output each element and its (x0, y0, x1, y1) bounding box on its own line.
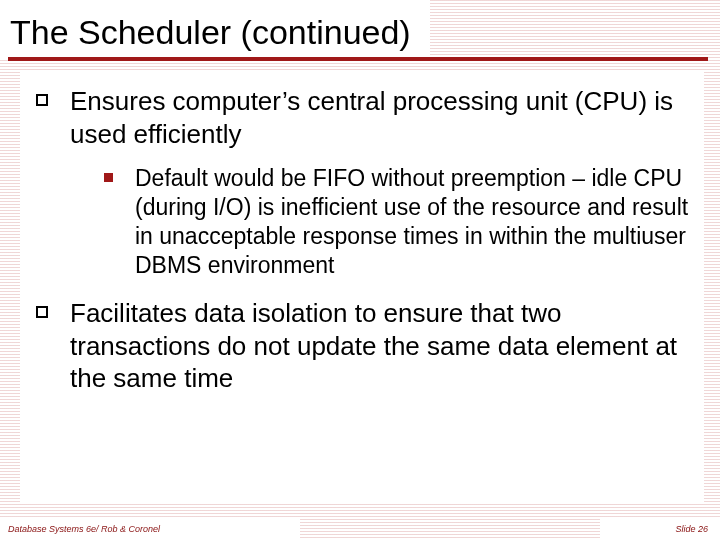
slide-title: The Scheduler (continued) (8, 8, 704, 55)
list-item-text: Default would be FIFO without preemption… (135, 164, 694, 279)
list-item: Default would be FIFO without preemption… (104, 164, 694, 279)
footer-source: Database Systems 6e/ Rob & Coronel (8, 524, 160, 534)
list-item: Ensures computer’s central processing un… (36, 85, 694, 150)
list-item-text: Ensures computer’s central processing un… (70, 85, 694, 150)
square-bullet-icon (36, 94, 48, 106)
slide-body: Ensures computer’s central processing un… (8, 61, 704, 395)
list-item: Facilitates data isolation to ensure tha… (36, 297, 694, 395)
list-item-text: Facilitates data isolation to ensure tha… (70, 297, 694, 395)
filled-square-bullet-icon (104, 173, 113, 182)
square-bullet-icon (36, 306, 48, 318)
footer-slide-number: Slide 26 (675, 524, 708, 534)
